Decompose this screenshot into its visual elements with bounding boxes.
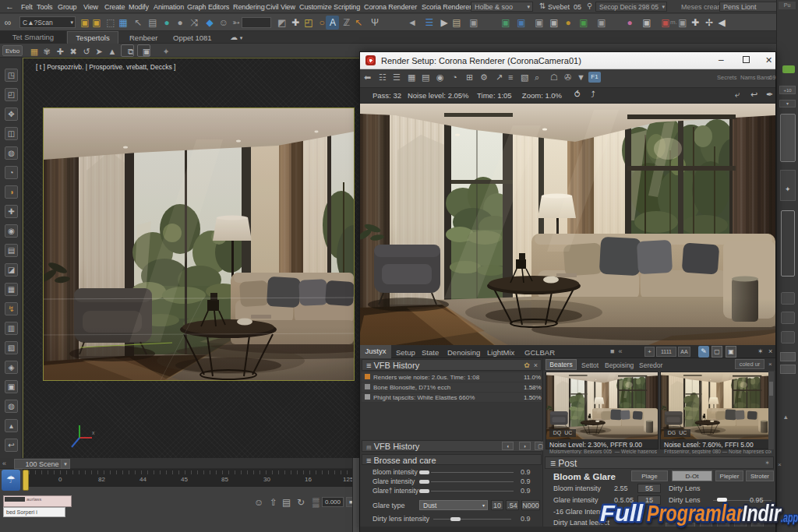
- svg-text:.app: .app: [781, 510, 798, 525]
- svg-text:Indir: Indir: [742, 500, 782, 526]
- svg-text:Programlar: Programlar: [647, 500, 745, 526]
- svg-text:x: x: [92, 430, 95, 435]
- svg-text:Full: Full: [600, 500, 644, 526]
